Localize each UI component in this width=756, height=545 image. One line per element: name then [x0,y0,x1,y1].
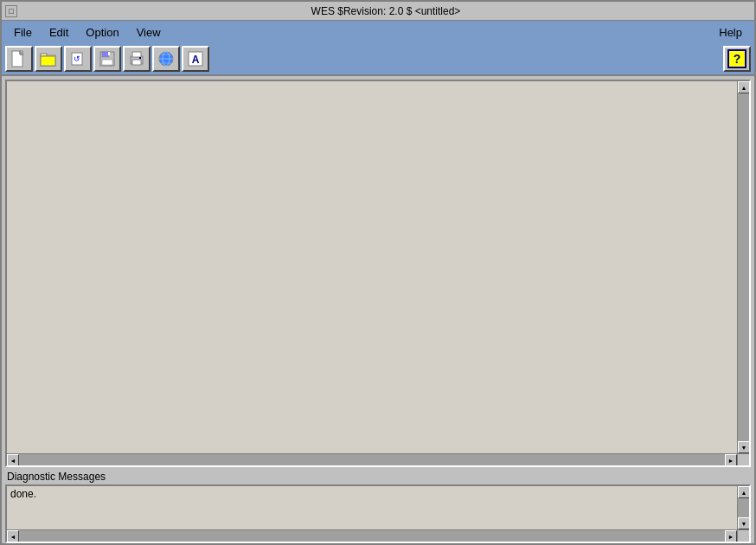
diag-scrollbar-corner [737,529,749,542]
menu-view[interactable]: View [128,24,170,41]
scroll-right-button[interactable]: ► [725,454,737,466]
save-icon [98,49,117,68]
revert-button[interactable]: ↺ [64,46,92,72]
diagnostic-pane: done. ▲ ▼ ◄ ► [5,484,751,543]
editor-scrollbar-vertical[interactable]: ▲ ▼ [737,81,749,453]
main-area: ▲ ▼ ◄ ► Diagnostic Messages done. ▲ ▼ ◄ … [2,76,754,545]
revert-icon: ↺ [68,49,87,68]
svg-rect-10 [102,52,109,57]
svg-rect-12 [108,52,110,55]
editor-scrollbar-horizontal[interactable]: ◄ ► [7,453,737,465]
new-doc-icon [10,49,29,68]
diag-scroll-track-horizontal[interactable] [19,530,725,542]
menu-help[interactable]: Help [710,24,751,41]
svg-rect-15 [132,60,141,65]
toolbar: ↺ [2,43,754,76]
scrollbar-corner [737,453,749,465]
diagnostic-content: done. [7,486,737,529]
menu-option[interactable]: Option [77,24,127,41]
new-button[interactable] [5,46,33,72]
menu-file[interactable]: File [5,24,41,41]
diag-scroll-up-button[interactable]: ▲ [738,486,750,498]
diagnostic-label: Diagnostic Messages [5,471,751,483]
scroll-left-button[interactable]: ◄ [7,454,19,466]
svg-rect-6 [41,56,55,66]
scroll-track-vertical[interactable] [738,93,749,441]
diagnostic-section: Diagnostic Messages done. ▲ ▼ ◄ ► [5,471,751,543]
svg-text:↺: ↺ [74,54,80,63]
open-button[interactable] [35,46,62,72]
scroll-down-button[interactable]: ▼ [738,441,750,453]
editor-content [7,81,737,453]
help-toolbar-button[interactable]: ? [723,46,751,72]
title-bar: □ WES $Revision: 2.0 $ <untitled> [2,2,754,21]
print-button[interactable] [123,46,151,72]
svg-rect-14 [132,52,141,57]
globe-button[interactable] [152,46,180,72]
diag-scroll-left-button[interactable]: ◄ [7,530,19,542]
check-button[interactable]: A [182,46,209,72]
print-icon [127,49,146,68]
diag-scroll-track-vertical[interactable] [738,498,749,517]
svg-text:A: A [192,54,200,66]
menu-edit[interactable]: Edit [41,24,77,41]
save-button[interactable] [93,46,121,72]
title-bar-icon: □ [5,5,17,17]
menu-bar: File Edit Option View Help [2,21,754,43]
title-bar-text: WES $Revision: 2.0 $ <untitled> [21,5,751,17]
diag-scroll-down-button[interactable]: ▼ [738,517,750,529]
scroll-track-horizontal[interactable] [19,454,725,465]
help-icon: ? [727,49,746,68]
globe-icon [157,49,176,68]
svg-rect-16 [139,57,141,59]
diagnostic-scrollbar-horizontal[interactable]: ◄ ► [7,529,737,542]
editor-pane[interactable]: ▲ ▼ ◄ ► [5,80,751,467]
scroll-up-button[interactable]: ▲ [738,81,750,93]
svg-rect-11 [102,60,112,65]
check-icon: A [186,49,205,68]
diag-scroll-right-button[interactable]: ► [725,530,737,542]
open-icon [39,49,58,68]
diagnostic-scrollbar-vertical[interactable]: ▲ ▼ [737,486,749,529]
